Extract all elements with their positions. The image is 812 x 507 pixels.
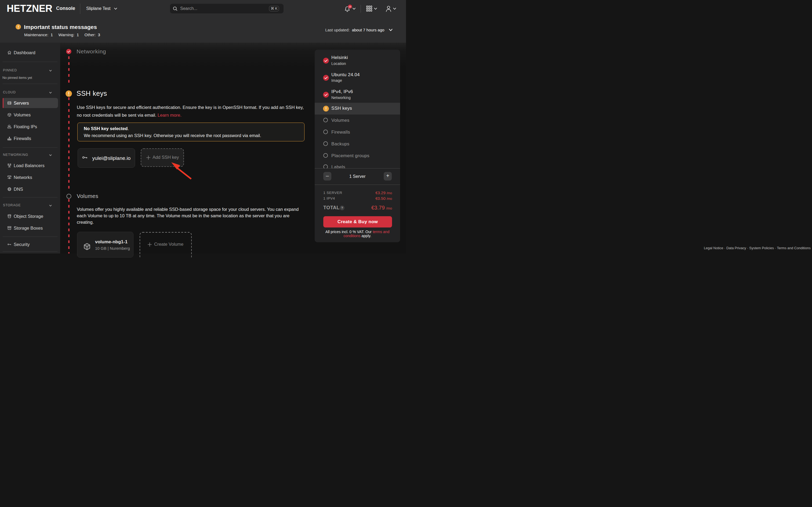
svg-text:25: 25 [349, 5, 351, 8]
